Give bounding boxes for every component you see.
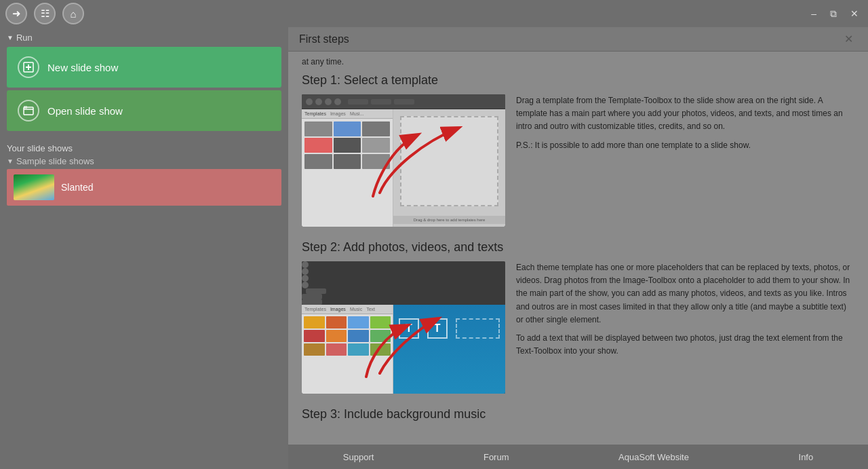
intro-text: at any time. (302, 57, 854, 67)
fake-tmpl-4 (304, 138, 332, 153)
fake-tab-templates-2: Templates (304, 307, 326, 312)
step2-screenshot: Templates Images Music Text (302, 261, 505, 394)
website-link[interactable]: AquaSoft Website (608, 449, 700, 465)
new-doc-button[interactable]: ☷ (34, 3, 56, 24)
content-header: First steps ✕ (288, 27, 868, 52)
step1-para1: Drag a template from the Template-Toolbo… (516, 94, 854, 134)
fake-tmpl-2 (334, 121, 361, 136)
open-show-label: Open slide show (47, 105, 123, 117)
fake-template-grid (302, 119, 393, 169)
fake-left-panel-2: Templates Images Music Text (302, 305, 393, 394)
step2-description: Each theme template has one or more plac… (516, 261, 854, 363)
fake-dot-2 (315, 98, 322, 105)
step2-para1: Each theme template has one or more plac… (516, 261, 854, 326)
slanted-item[interactable]: Slanted (7, 169, 281, 206)
fake-img-10 (326, 343, 347, 356)
fake-menu-item-2 (371, 99, 391, 105)
fake-image-grid (302, 314, 393, 358)
step2-title: Step 2: Add photos, videos, and texts (302, 240, 854, 255)
fake-tab-music: Musi... (350, 111, 364, 116)
fake-tmpl-7 (304, 154, 332, 169)
fake-tabs-2: Templates Images Music Text (302, 305, 393, 314)
minimize-button[interactable]: – (807, 7, 821, 20)
fake-menu-item-6 (302, 299, 322, 305)
step2-block: Templates Images Music Text (302, 261, 854, 394)
svg-rect-4 (24, 106, 27, 109)
fake-bottom-bar: Drag & drop here to add templates here (393, 216, 505, 224)
step1-title: Step 1: Select a template (302, 73, 854, 88)
info-link[interactable]: Info (788, 449, 825, 465)
fake-text-placeholders: T T (399, 312, 500, 345)
home-button[interactable]: ⌂ (62, 3, 84, 24)
step2-para2: To add a text that will be displayed bet… (516, 332, 854, 358)
fake-tab-text-2: Text (366, 307, 375, 312)
step1-image: Templates Images Musi... (302, 94, 505, 227)
fake-dot-7 (302, 275, 309, 282)
fake-img-3 (348, 316, 369, 329)
your-shows-section: Your slide shows Sample slide shows Slan… (0, 138, 288, 208)
fake-photo-placeholder (456, 318, 500, 339)
fake-right-panel-1: Drag & drop here to add templates here (393, 109, 505, 227)
fake-img-5 (304, 330, 325, 342)
new-slide-show-button[interactable]: New slide show (7, 47, 281, 88)
fake-dot-1 (306, 98, 313, 105)
title-bar-left: ➜ ☷ ⌂ (5, 3, 84, 24)
fake-tmpl-6 (362, 138, 390, 153)
fake-tmpl-8 (334, 154, 361, 169)
fake-tab-templates: Templates (304, 111, 326, 116)
your-shows-label: Your slide shows (7, 143, 281, 153)
fake-main-area-1: Templates Images Musi... (302, 109, 505, 227)
fake-drop-zone (400, 116, 498, 206)
fake-dot-4 (334, 98, 341, 105)
content-scroll[interactable]: at any time. Step 1: Select a template (288, 52, 868, 445)
fake-img-8 (370, 330, 391, 342)
new-show-svg (22, 61, 35, 73)
support-link[interactable]: Support (332, 449, 385, 465)
run-section: Run New slide show (0, 27, 288, 138)
fake-toolbar-2 (302, 261, 505, 305)
back-button[interactable]: ➜ (5, 3, 27, 24)
fake-left-panel-1: Templates Images Musi... (302, 109, 393, 227)
fake-tmpl-9 (362, 154, 390, 169)
open-show-svg (22, 105, 35, 117)
footer: Support Forum AquaSoft Website Info (288, 445, 868, 469)
fake-T-placeholder-2: T (427, 318, 448, 339)
fake-T-placeholder-1: T (399, 318, 419, 339)
restore-button[interactable]: ⧉ (826, 7, 841, 21)
slanted-label: Slanted (61, 182, 93, 193)
main-area: Run New slide show (0, 27, 868, 469)
fake-menu-item-3 (394, 99, 414, 105)
fake-main-area-2: Templates Images Music Text (302, 305, 505, 394)
step1-para2: P.S.: It is possible to add more than on… (516, 139, 854, 152)
content-panel: First steps ✕ at any time. Step 1: Selec… (288, 27, 868, 469)
fake-dot-8 (302, 282, 309, 288)
title-bar-right: – ⧉ ✕ (807, 7, 863, 21)
step1-block: Templates Images Musi... (302, 94, 854, 227)
fake-img-1 (304, 316, 325, 329)
content-close-button[interactable]: ✕ (840, 31, 857, 47)
sidebar: Run New slide show (0, 27, 288, 469)
step1-description: Drag a template from the Template-Toolbo… (516, 94, 854, 157)
forum-link[interactable]: Forum (473, 449, 520, 465)
open-slide-show-button[interactable]: Open slide show (7, 90, 281, 131)
fake-menu-item-5 (302, 294, 322, 299)
fake-img-7 (348, 330, 369, 342)
fake-menu-item (348, 99, 368, 105)
fake-tmpl-5 (334, 138, 361, 153)
fake-tabs-1: Templates Images Musi... (302, 109, 393, 119)
fake-tmpl-1 (304, 121, 332, 136)
fake-dot-6 (302, 268, 309, 275)
fake-img-9 (304, 343, 325, 356)
fake-tmpl-3 (362, 121, 390, 136)
close-button[interactable]: ✕ (846, 7, 863, 20)
fake-img-12 (370, 343, 391, 356)
step1-screenshot: Templates Images Musi... (302, 94, 505, 227)
fake-tab-images-2: Images (330, 307, 346, 312)
fake-img-11 (348, 343, 369, 356)
new-show-icon (18, 56, 39, 78)
fake-bottom-text: Drag & drop here to add templates here (414, 218, 486, 222)
sample-shows-label[interactable]: Sample slide shows (7, 156, 281, 166)
fake-dot-3 (325, 98, 332, 105)
fake-toolbar-1 (302, 94, 505, 109)
step2-image: Templates Images Music Text (302, 261, 505, 394)
